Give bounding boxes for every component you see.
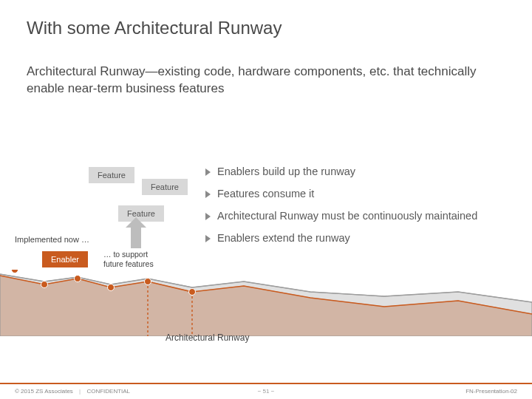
arrow-up-icon (126, 217, 146, 248)
bullet-item: Enablers extend the runway (205, 232, 516, 244)
slide: With some Architectural Runway Architect… (0, 0, 532, 399)
implemented-label: Implemented now … (15, 235, 89, 244)
footer-copyright: © 2015 ZS Associates (15, 388, 73, 395)
data-marker (145, 279, 151, 285)
diagram-area: Feature Feature Feature Implemented now … (0, 126, 532, 332)
enabler-box: Enabler (42, 251, 88, 267)
runway-chart (0, 270, 532, 336)
bullet-item: Architectural Runway must be continuousl… (205, 210, 516, 222)
bullet-item: Enablers build up the runway (205, 166, 516, 177)
support-line-2: future features (103, 259, 154, 268)
data-marker (189, 289, 196, 296)
page-title: With some Architectural Runway (27, 18, 282, 38)
features-area (0, 274, 532, 336)
footer-confidential: CONFIDENTIAL (86, 388, 130, 395)
footer: © 2015 ZS Associates | CONFIDENTIAL − 51… (0, 383, 532, 399)
footer-separator: | (79, 388, 81, 395)
footer-left: © 2015 ZS Associates | CONFIDENTIAL (15, 388, 130, 395)
data-marker (41, 282, 48, 288)
support-line-1: … to support (103, 250, 148, 259)
data-marker (12, 270, 18, 273)
bullet-list: Enablers build up the runway Features co… (205, 166, 516, 254)
data-marker (108, 284, 115, 291)
runway-label: Architectural Runway (166, 332, 249, 343)
support-label: … to support future features (103, 250, 154, 268)
feature-box-1: Feature (89, 167, 134, 183)
feature-box-2: Feature (142, 179, 188, 195)
data-marker (75, 276, 81, 282)
footer-page: − 51 − (258, 388, 275, 395)
bullet-item: Features consume it (205, 188, 516, 200)
page-subtitle: Architectural Runway—existing code, hard… (27, 64, 499, 98)
footer-right: FN-Presentation-02 (466, 388, 517, 395)
